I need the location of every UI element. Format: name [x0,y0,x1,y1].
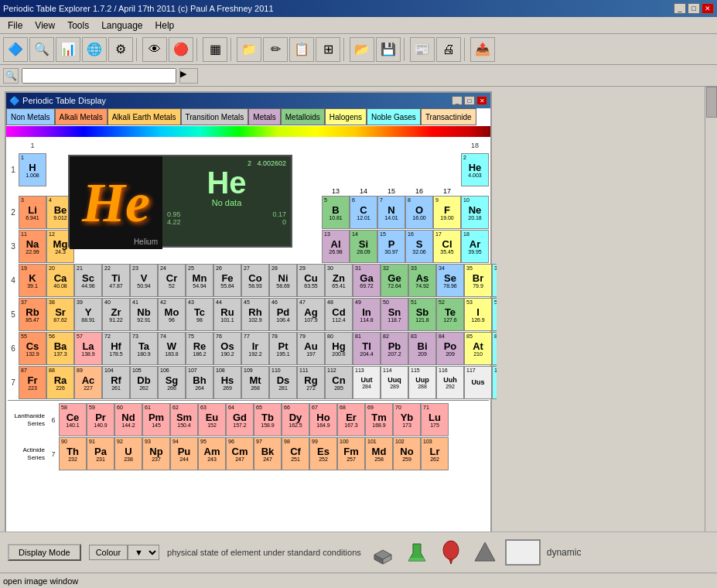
toolbar-btn-13[interactable]: 📂 [350,37,374,62]
element-B[interactable]: 5B10.81 [322,196,350,229]
element-Se[interactable]: 34Se78.96 [436,264,464,297]
tab-transition-metals[interactable]: Transition Metals [181,108,249,125]
element-Ba[interactable]: 56Ba137.3 [46,332,74,365]
element-Eu[interactable]: 63Eu152 [198,403,226,436]
toolbar-btn-11[interactable]: 📋 [289,37,314,62]
element-He[interactable]: 2 He 4.003 [461,153,489,186]
element-Pm[interactable]: 61Pm145 [142,403,170,436]
element-Hg[interactable]: 80Hg200.6 [325,332,353,365]
element-Cn[interactable]: 112Cn285 [325,366,353,399]
tab-non-metals[interactable]: Non Metals [6,108,55,125]
element-Cl[interactable]: 17Cl35.45 [433,230,461,263]
menu-help[interactable]: Help [151,19,179,32]
element-At[interactable]: 85At210 [464,332,492,365]
element-Os[interactable]: 76Os190.2 [213,332,241,365]
element-Sb[interactable]: 51Sb121.8 [408,298,436,331]
element-F[interactable]: 9F19.00 [433,196,461,229]
element-Zn[interactable]: 30Zn65.41 [325,264,353,297]
element-Bi[interactable]: 83Bi209 [408,332,436,365]
toolbar-btn-17[interactable]: 📤 [470,37,495,62]
toolbar-btn-1[interactable]: 🔷 [3,37,28,62]
element-Rb[interactable]: 37Rb85.47 [19,298,46,331]
scrollbar-track[interactable] [705,87,717,588]
element-S[interactable]: 16S32.06 [405,230,433,263]
element-Tl[interactable]: 81Tl204.4 [353,332,381,365]
element-I[interactable]: 53I126.9 [464,298,492,331]
element-Pu[interactable]: 94Pu244 [170,437,198,470]
tab-metalloids[interactable]: Metalloids [281,108,325,125]
element-Uup[interactable]: 115Uup288 [408,366,436,399]
menu-file[interactable]: File [3,19,27,32]
display-mode-button[interactable]: Display Mode [8,544,81,561]
element-Cs[interactable]: 55Cs132.9 [19,332,46,365]
toolbar-btn-2[interactable]: 🔍 [29,37,54,62]
element-W[interactable]: 74W183.8 [158,332,186,365]
element-Si[interactable]: 14Si28.09 [350,230,377,263]
element-Pb[interactable]: 82Pb207.2 [381,332,408,365]
element-Ru[interactable]: 44Ru101.1 [213,298,241,331]
pt-minimize-btn[interactable]: _ [452,96,463,105]
toolbar-btn-7[interactable]: 🔴 [169,37,193,62]
toolbar-btn-12[interactable]: ⊞ [316,37,340,62]
element-Db[interactable]: 105Db262 [130,366,158,399]
element-Bk[interactable]: 97Bk247 [254,437,282,470]
toolbar-btn-8[interactable]: ▦ [203,37,227,62]
maximize-btn[interactable]: □ [688,3,700,14]
element-Ta[interactable]: 73Ta180.9 [130,332,158,365]
element-Dy[interactable]: 66Dy162.5 [282,403,309,436]
toolbar-btn-14[interactable]: 💾 [376,37,401,62]
element-Ne[interactable]: 10Ne20.18 [461,196,489,229]
element-Hs[interactable]: 108Hs269 [213,366,241,399]
element-Sm[interactable]: 62Sm150.4 [170,403,198,436]
element-Tb[interactable]: 65Tb158.9 [254,403,282,436]
element-Au[interactable]: 79Au197 [297,332,325,365]
element-Np[interactable]: 93Np237 [142,437,170,470]
element-Rg[interactable]: 111Rg272 [297,366,325,399]
element-Fe[interactable]: 26Fe55.84 [213,264,241,297]
element-P[interactable]: 15P30.97 [377,230,405,263]
element-Cf[interactable]: 98Cf251 [282,437,309,470]
element-Co[interactable]: 27Co58.93 [241,264,269,297]
element-Mn[interactable]: 25Mn54.94 [186,264,213,297]
element-Ds[interactable]: 110Ds281 [269,366,297,399]
element-N[interactable]: 7N14.01 [377,196,405,229]
element-K[interactable]: 19K39.1 [19,264,46,297]
element-Hf[interactable]: 72Hf178.5 [102,332,130,365]
element-H[interactable]: 1 H 1.008 [19,153,46,186]
element-Uuh[interactable]: 116Uuh292 [436,366,464,399]
element-Th[interactable]: 90Th232 [59,437,87,470]
toolbar-btn-4[interactable]: 🌐 [82,37,107,62]
element-Zr[interactable]: 40Zr91.22 [102,298,130,331]
element-C[interactable]: 6C12.01 [350,196,377,229]
element-Yb[interactable]: 70Yb173 [393,403,421,436]
element-Li[interactable]: 3Li6.941 [19,196,46,229]
element-Rh[interactable]: 45Rh102.9 [241,298,269,331]
element-Sr[interactable]: 38Sr87.62 [46,298,74,331]
element-Te[interactable]: 52Te127.6 [436,298,464,331]
element-Uuq[interactable]: 114Uuq289 [381,366,408,399]
tab-alkali-earth-metals[interactable]: Alkali Earth Metals [108,108,181,125]
element-Pt[interactable]: 78Pt195.1 [269,332,297,365]
menu-view[interactable]: View [30,19,60,32]
element-Am[interactable]: 95Am243 [198,437,226,470]
element-Mt[interactable]: 109Mt268 [241,366,269,399]
scrollbar-thumb[interactable] [706,87,717,118]
pt-maximize-btn[interactable]: □ [464,96,475,105]
search-icon-btn[interactable]: 🔍 [3,68,19,84]
element-In[interactable]: 49In114.8 [353,298,381,331]
element-Br[interactable]: 35Br79.9 [464,264,492,297]
element-Cd[interactable]: 48Cd112.4 [325,298,353,331]
element-Pa[interactable]: 91Pa231 [87,437,114,470]
element-Rf[interactable]: 104Rf261 [102,366,130,399]
element-Bh[interactable]: 107Bh264 [186,366,213,399]
element-Ga[interactable]: 31Ga69.72 [353,264,381,297]
element-Ac[interactable]: 89Ac227 [74,366,102,399]
close-btn[interactable]: ✕ [702,3,714,14]
element-Al[interactable]: 13Al26.98 [322,230,350,263]
element-Lr[interactable]: 103Lr262 [421,437,449,470]
element-Cr[interactable]: 24Cr52 [158,264,186,297]
tab-noble-gases[interactable]: Noble Gases [367,108,421,125]
tab-alkali-metals[interactable]: Alkali Metals [55,108,108,125]
element-Ce[interactable]: 58Ce140.1 [59,403,87,436]
element-Po[interactable]: 84Po209 [436,332,464,365]
